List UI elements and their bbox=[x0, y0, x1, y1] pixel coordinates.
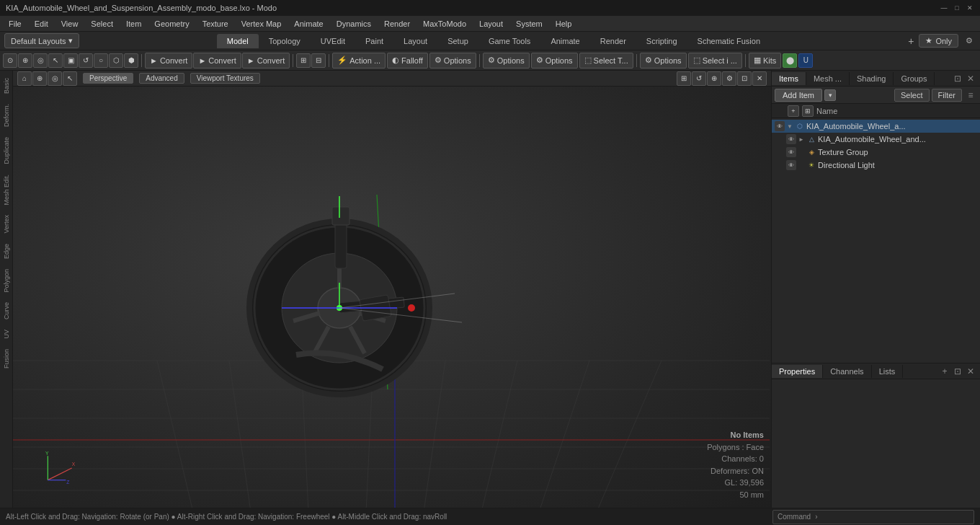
menu-file[interactable]: File bbox=[3, 18, 27, 30]
items-select-btn[interactable]: Select bbox=[894, 89, 930, 102]
command-input[interactable] bbox=[819, 513, 974, 521]
menu-select[interactable]: Select bbox=[85, 18, 119, 30]
tool-grid-btn[interactable]: ⊞ bbox=[296, 53, 311, 68]
items-menu-icon[interactable]: ≡ bbox=[964, 89, 977, 102]
menu-maxtomodo[interactable]: MaxToModo bbox=[417, 18, 472, 30]
items-folder-icon[interactable]: ⊞ bbox=[802, 105, 814, 117]
maximize-button[interactable]: □ bbox=[953, 4, 961, 12]
tab-properties[interactable]: Properties bbox=[772, 365, 823, 378]
sidebar-item-deform[interactable]: Deform. bbox=[1, 100, 12, 131]
add-tab-button[interactable]: + bbox=[903, 33, 919, 49]
visibility-icon-mesh[interactable]: 👁 bbox=[786, 134, 796, 144]
tool-select-btn[interactable]: ⊙ bbox=[3, 53, 17, 68]
menu-help[interactable]: Help bbox=[550, 18, 578, 30]
items-filter-btn[interactable]: Filter bbox=[932, 89, 962, 102]
viewport-cursor-icon[interactable]: ↖ bbox=[63, 71, 77, 86]
viewport-advanced-btn[interactable]: Advanced bbox=[139, 73, 184, 84]
sidebar-item-duplicate[interactable]: Duplicate bbox=[1, 133, 12, 169]
sidebar-item-mesh-edit[interactable]: Mesh Edit. bbox=[1, 170, 12, 210]
tab-layout[interactable]: Layout bbox=[393, 34, 437, 48]
tab-mesh[interactable]: Mesh ... bbox=[806, 72, 850, 85]
viewport-refresh-icon[interactable]: ↺ bbox=[692, 71, 706, 86]
tab-uvedit[interactable]: UVEdit bbox=[311, 34, 355, 48]
menu-system[interactable]: System bbox=[510, 18, 548, 30]
menu-edit[interactable]: Edit bbox=[29, 18, 54, 30]
falloff-btn[interactable]: ◐ Falloff bbox=[387, 53, 428, 69]
menu-animate[interactable]: Animate bbox=[288, 18, 329, 30]
viewport-settings-icon[interactable]: ⚙ bbox=[722, 71, 736, 86]
viewport-close-icon[interactable]: ✕ bbox=[752, 71, 767, 86]
menu-layout[interactable]: Layout bbox=[473, 18, 509, 30]
tool-minus-btn[interactable]: ⊟ bbox=[311, 53, 326, 68]
tab-schematic-fusion[interactable]: Schematic Fusion bbox=[687, 34, 770, 48]
layout-dropdown[interactable]: Default Layouts ▾ bbox=[4, 33, 79, 48]
add-item-dropdown[interactable]: ▾ bbox=[824, 89, 836, 101]
action-btn[interactable]: ⚡ Action ... bbox=[332, 53, 386, 69]
options-btn-4[interactable]: ⚙ Options bbox=[640, 53, 687, 69]
tool-hex2-btn[interactable]: ⬢ bbox=[124, 53, 138, 68]
tab-topology[interactable]: Topology bbox=[259, 34, 311, 48]
options-btn-3[interactable]: ⚙ Options bbox=[531, 53, 578, 69]
items-add-icon[interactable]: + bbox=[788, 105, 799, 117]
menu-view[interactable]: View bbox=[55, 18, 84, 30]
viewport-3d[interactable]: X Y Z No Items Polygons : Face Channels:… bbox=[13, 87, 771, 508]
tree-item-root[interactable]: 👁 ▼ ⬡ KIA_Automobile_Wheel_a... bbox=[772, 120, 980, 133]
sidebar-item-polygon[interactable]: Polygon bbox=[1, 265, 12, 297]
layout-settings-icon[interactable]: ⚙ bbox=[961, 33, 977, 49]
expand-arrow-root[interactable]: ▼ bbox=[786, 123, 793, 130]
visibility-icon-root[interactable]: 👁 bbox=[775, 121, 785, 131]
tool-transform-btn[interactable]: ▣ bbox=[63, 53, 78, 68]
viewport-fit-icon[interactable]: ⊞ bbox=[677, 71, 691, 86]
tab-paint[interactable]: Paint bbox=[355, 34, 393, 48]
kits-btn[interactable]: ▦ Kits bbox=[749, 53, 781, 69]
convert-btn-2[interactable]: ► Convert bbox=[193, 53, 241, 69]
panel-expand-icon[interactable]: ⊡ bbox=[951, 72, 964, 85]
props-close-icon[interactable]: ✕ bbox=[964, 365, 977, 378]
viewport-home-icon[interactable]: ⌂ bbox=[17, 71, 32, 86]
tab-animate[interactable]: Animate bbox=[540, 34, 589, 48]
tool-u-btn[interactable]: U bbox=[798, 53, 813, 68]
menu-render[interactable]: Render bbox=[378, 18, 416, 30]
visibility-icon-texture[interactable]: 👁 bbox=[786, 147, 796, 157]
tool-scale-btn[interactable]: ↖ bbox=[48, 53, 63, 68]
select-t-btn[interactable]: ⬚ Select T... bbox=[579, 53, 633, 69]
viewport-maximize-icon[interactable]: ⊡ bbox=[737, 71, 752, 86]
minimize-button[interactable]: — bbox=[940, 4, 948, 12]
tree-item-light[interactable]: 👁 ☀ Directional Light bbox=[772, 159, 980, 172]
sidebar-item-uv[interactable]: UV bbox=[1, 325, 12, 343]
visibility-icon-light[interactable]: 👁 bbox=[786, 160, 796, 170]
viewport-textures-btn[interactable]: Viewport Textures bbox=[190, 73, 260, 84]
tool-hex1-btn[interactable]: ⬡ bbox=[109, 53, 123, 68]
menu-texture[interactable]: Texture bbox=[197, 18, 234, 30]
props-add-icon[interactable]: + bbox=[938, 365, 951, 378]
tab-game-tools[interactable]: Game Tools bbox=[478, 34, 541, 48]
sidebar-item-curve[interactable]: Curve bbox=[1, 298, 12, 324]
viewport-eye-icon[interactable]: ◎ bbox=[48, 71, 62, 86]
tree-item-mesh[interactable]: 👁 ► △ KIA_Automobile_Wheel_and... bbox=[772, 133, 980, 146]
tool-rotate-btn[interactable]: ◎ bbox=[33, 53, 48, 68]
tab-render[interactable]: Render bbox=[590, 34, 636, 48]
tree-item-texture[interactable]: 👁 ◈ Texture Group bbox=[772, 146, 980, 159]
convert-btn-3[interactable]: ► Convert bbox=[242, 53, 290, 69]
close-button[interactable]: ✕ bbox=[966, 4, 974, 12]
tab-groups[interactable]: Groups bbox=[894, 72, 935, 85]
menu-item[interactable]: Item bbox=[120, 18, 147, 30]
select-i-btn[interactable]: ⬚ Select i ... bbox=[688, 53, 742, 69]
sidebar-item-fusion[interactable]: Fusion bbox=[1, 345, 12, 373]
menu-vertex-map[interactable]: Vertex Map bbox=[236, 18, 288, 30]
only-button[interactable]: ★ ★ Only Only bbox=[919, 34, 958, 48]
sidebar-item-edge[interactable]: Edge bbox=[1, 239, 12, 263]
viewport-perspective-btn[interactable]: Perspective bbox=[83, 73, 133, 84]
tab-items[interactable]: Items bbox=[772, 72, 806, 85]
expand-arrow-mesh[interactable]: ► bbox=[798, 136, 805, 143]
tool-move-btn[interactable]: ⊕ bbox=[18, 53, 32, 68]
tab-channels[interactable]: Channels bbox=[823, 365, 871, 378]
props-expand-icon[interactable]: ⊡ bbox=[951, 365, 964, 378]
add-item-button[interactable]: Add Item bbox=[775, 89, 822, 102]
tab-shading[interactable]: Shading bbox=[850, 72, 894, 85]
menu-geometry[interactable]: Geometry bbox=[148, 18, 195, 30]
sidebar-item-basic[interactable]: Basic bbox=[1, 74, 12, 98]
menu-dynamics[interactable]: Dynamics bbox=[331, 18, 377, 30]
viewport-grid-icon[interactable]: ⊕ bbox=[32, 71, 47, 86]
tool-circle-btn[interactable]: ○ bbox=[94, 53, 108, 68]
